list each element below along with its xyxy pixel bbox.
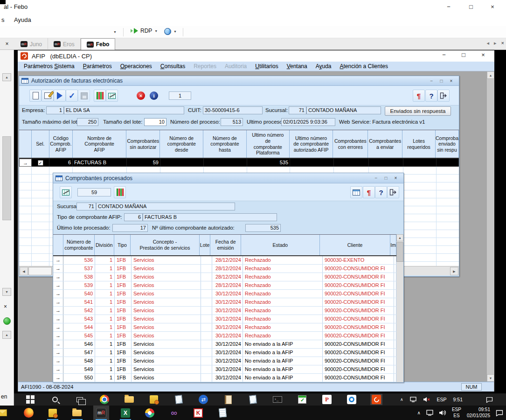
language-indicator[interactable]: ESP ES [452, 407, 461, 419]
table-view-button[interactable] [350, 186, 362, 198]
pending-button[interactable]: ¶ [413, 90, 425, 102]
table-row[interactable]: → 544 1 1FB Servicios 30/12/2024 Rechaza… [53, 323, 396, 332]
clock[interactable]: 09:51 02/01/2025 [467, 407, 490, 419]
chevron-up-icon[interactable]: ∧ [400, 397, 403, 402]
afip-titlebar[interactable]: AFIP (dbELDIA - CP) [18, 50, 494, 62]
notes-app-button[interactable] [173, 394, 185, 405]
maximize-icon[interactable]: □ [464, 2, 478, 12]
config-app-button[interactable] [148, 394, 160, 405]
excel-button[interactable]: X [118, 406, 133, 420]
mremoteng-button[interactable]: mR [93, 406, 109, 420]
table-row[interactable]: → 550 1 1FB Servicios 30/12/2024 No envi… [53, 374, 396, 382]
run-button[interactable] [54, 90, 66, 102]
menu-item[interactable]: Atención a Clientes [336, 63, 392, 70]
minimize-icon[interactable]: − [428, 77, 436, 84]
help-button[interactable]: ? [425, 90, 437, 102]
export-grid-button[interactable] [106, 90, 118, 102]
start-button[interactable] [24, 394, 36, 405]
menu-item[interactable]: Parámetros Sistema [20, 63, 79, 70]
menu-item[interactable]: Parámetros [79, 63, 116, 70]
terminal-button[interactable]: ›_ [271, 394, 284, 405]
menu-item[interactable]: Consultas [156, 63, 189, 70]
speaker-icon[interactable] [439, 410, 446, 416]
count-field[interactable]: 59 [77, 188, 111, 196]
auth-selected-row[interactable]: → ✓ 6 FACTURAS B 59 535 [19, 159, 459, 167]
close-icon[interactable]: × [478, 51, 488, 58]
session-tab[interactable]: mR Febo [81, 38, 116, 50]
help-button[interactable]: ? [375, 186, 387, 198]
powerbuilder-button[interactable]: P [321, 394, 333, 405]
export-grid-button[interactable] [60, 186, 72, 198]
menu-item[interactable]: Operaciones [116, 63, 156, 70]
proc-titlebar[interactable]: Comprobantes procesados [53, 173, 403, 183]
minimize-icon[interactable]: − [439, 51, 449, 58]
table-row[interactable]: → 547 1 1FB Servicios 30/12/2024 No envi… [53, 349, 396, 357]
exit-button[interactable] [437, 90, 450, 102]
table-row[interactable]: → 536 1 1FB Servicios 28/12/2024 Rechaza… [53, 256, 396, 265]
menu-item-partial[interactable]: s [1, 16, 5, 23]
menu-item[interactable]: Ayuda [312, 63, 336, 70]
close-icon[interactable]: × [501, 40, 504, 46]
erp-app-button[interactable] [370, 394, 382, 405]
mail-app-button[interactable] [0, 406, 10, 420]
calendar-app-button[interactable] [296, 394, 308, 405]
scroll-right-button[interactable]: ▶ [450, 267, 458, 275]
lots-button[interactable] [114, 186, 126, 198]
scrollbar-thumb[interactable] [396, 242, 403, 262]
close-icon[interactable]: × [447, 77, 455, 84]
network-icon[interactable] [410, 397, 416, 402]
save-button[interactable] [78, 90, 90, 102]
minimize-icon[interactable]: − [442, 2, 455, 12]
language-indicator[interactable]: ESP [437, 397, 447, 402]
table-row[interactable]: → 539 1 1FB Servicios 28/12/2024 Rechaza… [53, 281, 396, 290]
tam-lote-input[interactable]: 10 [144, 118, 166, 126]
network-icon[interactable] [426, 410, 433, 416]
session-tab[interactable]: mR Eros [48, 38, 81, 50]
chevron-down-icon[interactable]: ▼ [113, 30, 117, 34]
table-row[interactable]: → 540 1 1FB Servicios 30/12/2024 Rechaza… [53, 290, 396, 298]
action-center-icon[interactable] [496, 410, 503, 416]
visual-studio-button[interactable]: ∞ [166, 406, 182, 420]
menu-item[interactable]: Reportes [189, 63, 221, 70]
info-button[interactable]: i [148, 90, 160, 102]
scroll-up-button[interactable]: ▲ [396, 234, 403, 241]
maximize-icon[interactable]: □ [437, 77, 445, 84]
lots-button[interactable] [94, 90, 106, 102]
scroll-up-button[interactable]: ▲ [2, 331, 11, 339]
close-icon[interactable]: × [486, 2, 499, 12]
db-tools-button[interactable] [45, 406, 61, 420]
task-view-button[interactable] [74, 394, 86, 405]
session-tab[interactable]: mR Juno [15, 38, 48, 50]
notepad-button[interactable] [215, 406, 230, 420]
teamviewer-button[interactable]: ⇄ [197, 394, 209, 405]
maximize-icon[interactable]: □ [382, 175, 390, 182]
pending-button[interactable]: ¶ [363, 186, 375, 198]
scroll-down-button[interactable]: ▼ [487, 374, 494, 382]
tab-next-icon[interactable]: ▸ [494, 40, 497, 46]
paint-app-button[interactable] [142, 406, 158, 420]
minimize-icon[interactable]: − [372, 175, 380, 182]
search-button[interactable] [49, 394, 61, 405]
table-row[interactable]: → 548 1 1FB Servicios 30/12/2024 No envi… [53, 357, 396, 365]
scroll-up-button[interactable]: ▲ [2, 73, 11, 81]
file-explorer-button[interactable] [123, 394, 135, 405]
close-icon[interactable]: × [4, 303, 7, 310]
scrollbar-thumb[interactable] [2, 136, 11, 220]
chevron-up-icon[interactable]: ∧ [417, 410, 421, 415]
menu-item[interactable]: Auditoria [221, 63, 251, 70]
action-center-icon[interactable] [486, 397, 493, 403]
exit-button[interactable] [387, 186, 399, 198]
proc-vertical-scrollbar[interactable]: ▲ [396, 234, 403, 382]
scroll-up-button[interactable]: ▲ [487, 71, 494, 79]
speaker-muted-icon[interactable] [423, 397, 430, 402]
menu-item[interactable]: Utilitarios [251, 63, 282, 70]
table-row[interactable]: → 538 1 1FB Servicios 28/12/2024 Rechaza… [53, 273, 396, 281]
restore-icon[interactable]: □ [459, 51, 468, 58]
scroll-left-button[interactable]: ◀ [20, 267, 28, 275]
close-icon[interactable]: × [392, 175, 400, 182]
file-explorer-button[interactable] [69, 406, 85, 420]
table-row[interactable]: → 543 1 1FB Servicios 30/12/2024 Rechaza… [53, 315, 396, 323]
auth-titlebar[interactable]: Autorización de facturas electrónicas [19, 76, 459, 86]
chevron-down-icon[interactable]: ▼ [173, 30, 177, 33]
table-row[interactable]: → 545 1 1FB Servicios 30/12/2024 Rechaza… [53, 332, 396, 340]
